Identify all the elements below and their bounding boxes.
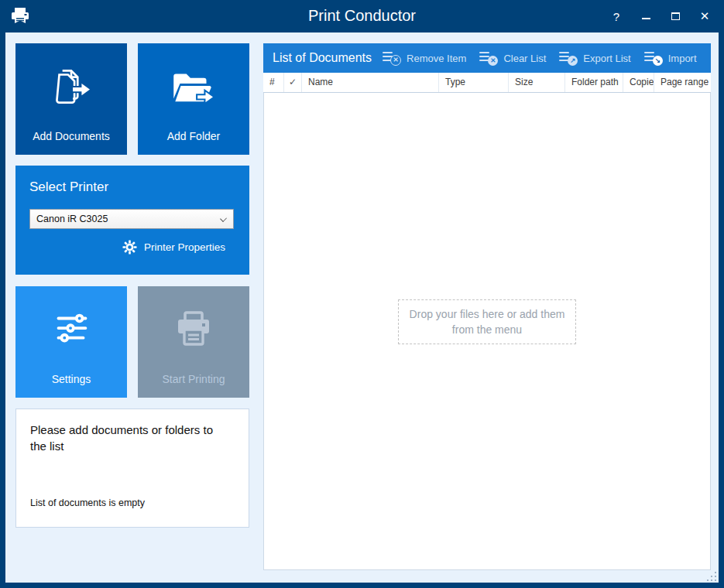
documents-table-header: # ✓ Name Type Size Folder path Copies Pa…: [263, 73, 711, 93]
add-documents-icon: [15, 43, 127, 130]
add-folder-button[interactable]: Add Folder: [138, 43, 249, 155]
add-folder-label: Add Folder: [167, 130, 220, 155]
import-list-label: Import: [668, 53, 697, 64]
column-header-name[interactable]: Name: [302, 73, 439, 92]
select-printer-title: Select Printer: [29, 179, 108, 195]
dropzone[interactable]: Drop your files here or add them from th…: [398, 299, 576, 344]
notice-secondary-text: List of documents is empty: [30, 497, 145, 508]
start-printing-label: Start Printing: [163, 373, 225, 398]
selected-printer-value: Canon iR C3025: [36, 214, 108, 224]
settings-sliders-icon: [15, 286, 127, 373]
column-header-page-range[interactable]: Page range: [654, 73, 711, 92]
titlebar: Print Conductor ? ✕: [0, 0, 724, 32]
help-icon: ?: [613, 10, 619, 23]
column-header-index[interactable]: #: [263, 73, 284, 92]
documents-panel-header: List of Documents ✕ Remove Item ✕ Clear …: [263, 43, 711, 73]
add-documents-button[interactable]: Add Documents: [15, 43, 127, 155]
settings-button[interactable]: Settings: [15, 286, 127, 398]
export-list-icon: ↗: [559, 52, 578, 65]
chevron-down-icon: [220, 215, 227, 222]
dropzone-text: Drop your files here or add them from th…: [407, 306, 568, 337]
close-button[interactable]: ✕: [693, 5, 716, 28]
clear-list-label: Clear List: [503, 53, 546, 64]
main-content: Add Documents Add Folder Select Printer …: [5, 32, 719, 583]
column-header-folder-path[interactable]: Folder path: [565, 73, 623, 92]
export-list-button[interactable]: ↗ Export List: [559, 52, 630, 65]
maximize-icon: [671, 12, 680, 20]
close-icon: ✕: [700, 9, 710, 23]
export-list-label: Export List: [583, 53, 630, 64]
documents-panel-title: List of Documents: [263, 51, 372, 65]
clear-list-button[interactable]: ✕ Clear List: [479, 52, 546, 65]
printer-select-dropdown[interactable]: Canon iR C3025: [29, 209, 234, 229]
column-header-type[interactable]: Type: [439, 73, 509, 92]
help-button[interactable]: ?: [605, 5, 628, 28]
column-header-copies[interactable]: Copies: [623, 73, 654, 92]
clear-list-icon: ✕: [479, 52, 498, 65]
column-header-size[interactable]: Size: [509, 73, 565, 92]
printer-properties-label: Printer Properties: [144, 241, 225, 253]
import-list-icon: ↘: [644, 52, 663, 65]
printer-properties-button[interactable]: Printer Properties: [122, 240, 225, 255]
minimize-button[interactable]: [634, 5, 657, 28]
start-printing-printer-icon: [138, 286, 249, 373]
add-documents-label: Add Documents: [33, 130, 110, 155]
remove-item-icon: ✕: [383, 52, 401, 65]
status-notice-panel: Please add documents or folders to the l…: [15, 409, 249, 528]
column-header-check[interactable]: ✓: [284, 73, 302, 92]
start-printing-button[interactable]: Start Printing: [138, 286, 249, 398]
remove-item-button[interactable]: ✕ Remove Item: [383, 52, 466, 65]
add-folder-icon: [138, 43, 249, 130]
gear-icon: [122, 240, 137, 255]
notice-primary-text: Please add documents or folders to the l…: [30, 422, 232, 454]
resize-grip[interactable]: [699, 569, 716, 581]
select-printer-panel: Select Printer Canon iR C3025: [15, 166, 249, 275]
documents-list-area[interactable]: Drop your files here or add them from th…: [263, 93, 711, 570]
import-list-button[interactable]: ↘ Import: [644, 52, 697, 65]
remove-item-label: Remove Item: [407, 53, 466, 64]
settings-label: Settings: [52, 373, 91, 398]
documents-toolbar: ✕ Remove Item ✕ Clear List ↗ Export List: [383, 52, 697, 65]
maximize-button[interactable]: [664, 5, 687, 28]
minimize-icon: [642, 18, 650, 19]
